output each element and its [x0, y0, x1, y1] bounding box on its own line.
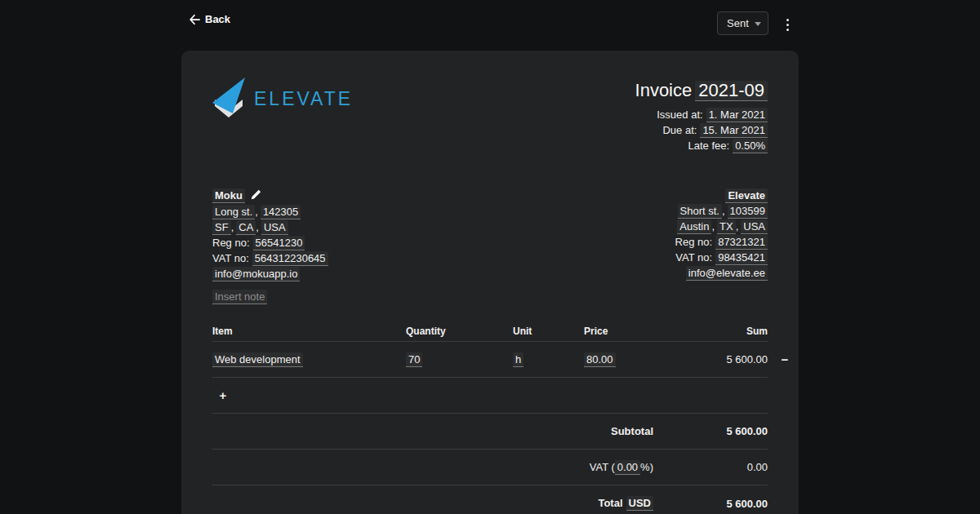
client-vat-field[interactable]: 564312230645: [252, 251, 328, 266]
status-dropdown[interactable]: Sent: [717, 11, 768, 35]
vat-label-suffix: %): [640, 461, 653, 473]
client-email-field[interactable]: info@mokuapp.io: [212, 267, 300, 281]
seller-state-field[interactable]: TX: [717, 219, 736, 234]
company-logo: ELEVATE: [211, 77, 353, 121]
seller-reg-label: Reg no:: [675, 236, 713, 248]
subtotal-row: Subtotal 5 600.00: [212, 414, 768, 450]
late-fee-label: Late fee:: [688, 140, 730, 152]
vat-value: 0.00: [653, 461, 768, 473]
kebab-icon: [786, 19, 789, 21]
seller-vat-label: VAT no:: [675, 251, 712, 264]
brand-name: ELEVATE: [254, 88, 353, 110]
vat-rate-field[interactable]: 0.00: [615, 460, 640, 475]
paper-plane-icon: [211, 77, 247, 121]
header-price: Price: [584, 326, 670, 337]
seller-street-field[interactable]: Short st.: [678, 204, 722, 219]
header-sum: Sum: [670, 326, 768, 337]
seller-address-block: Elevate Short st.,103599 Austin,TX,USA R…: [675, 188, 768, 281]
items-table: Item Quantity Unit Price Sum Web develop…: [212, 321, 768, 514]
header-unit: Unit: [513, 326, 584, 337]
issued-at-row: Issued at:1. Mar 2021: [635, 107, 768, 122]
items-table-header: Item Quantity Unit Price Sum: [212, 321, 768, 342]
client-name-field[interactable]: Moku: [212, 188, 245, 203]
client-street-field[interactable]: Long st.: [212, 205, 255, 219]
remove-row-button[interactable]: −: [777, 352, 792, 367]
subtotal-value: 5 600.00: [653, 425, 768, 437]
back-arrow-icon: [189, 14, 200, 25]
client-state-field[interactable]: CA: [236, 220, 256, 235]
late-fee-row: Late fee:0.50%: [635, 138, 768, 153]
due-at-field[interactable]: 15. Mar 2021: [700, 123, 768, 138]
client-zip-field[interactable]: 142305: [261, 205, 301, 219]
total-row: TotalUSD 5 600.00: [212, 485, 768, 514]
seller-name-field[interactable]: Elevate: [725, 188, 768, 203]
item-price-field[interactable]: 80.00: [584, 352, 616, 367]
client-reg-field[interactable]: 56541230: [253, 236, 305, 250]
subtotal-label: Subtotal: [212, 425, 653, 437]
item-name-field[interactable]: Web development: [212, 352, 303, 367]
due-at-row: Due at:15. Mar 2021: [635, 122, 768, 138]
seller-vat-field[interactable]: 98435421: [715, 250, 768, 265]
late-fee-field[interactable]: 0.50%: [733, 139, 768, 153]
client-address-block: Moku Long st.,142305 SF,CA,USA Reg no:56…: [212, 188, 328, 281]
client-country-field[interactable]: USA: [261, 220, 288, 235]
back-button[interactable]: Back: [189, 13, 230, 25]
total-label: Total: [598, 497, 622, 509]
seller-reg-field[interactable]: 87321321: [715, 235, 768, 250]
more-options-button[interactable]: [781, 15, 794, 34]
note-input[interactable]: Insert note: [212, 290, 267, 304]
item-sum-value: 5 600.00: [670, 353, 768, 366]
issued-at-label: Issued at:: [657, 109, 702, 121]
table-row: Web development 70 h 80.00 5 600.00 −: [212, 342, 768, 378]
client-reg-label: Reg no:: [212, 237, 250, 249]
seller-country-field[interactable]: USA: [741, 219, 768, 234]
vat-label-prefix: VAT (: [590, 461, 615, 473]
invoice-card: ELEVATE Invoice2021-09 Issued at:1. Mar …: [181, 51, 799, 514]
currency-field[interactable]: USD: [626, 496, 653, 511]
edit-pencil-icon[interactable]: [251, 190, 261, 202]
client-city-field[interactable]: SF: [212, 220, 231, 235]
header-quantity: Quantity: [406, 326, 513, 337]
add-row-button[interactable]: +: [216, 388, 230, 403]
seller-city-field[interactable]: Austin: [677, 219, 711, 234]
item-unit-field[interactable]: h: [513, 352, 523, 367]
vat-row: VAT (0.00%) 0.00: [212, 450, 768, 485]
issued-at-field[interactable]: 1. Mar 2021: [706, 108, 768, 122]
total-value: 5 600.00: [653, 498, 768, 510]
invoice-title-label: Invoice: [635, 80, 693, 100]
chevron-down-icon: [755, 22, 761, 26]
header-item: Item: [212, 326, 406, 337]
add-item-row: +: [212, 378, 768, 414]
invoice-number-field[interactable]: 2021-09: [695, 81, 768, 101]
back-label: Back: [205, 13, 230, 25]
invoice-title: Invoice2021-09: [635, 80, 768, 101]
due-at-label: Due at:: [662, 124, 697, 136]
seller-email-field[interactable]: info@elevate.ee: [686, 266, 768, 281]
status-dropdown-value: Sent: [727, 17, 749, 29]
seller-zip-field[interactable]: 103599: [728, 204, 768, 219]
item-quantity-field[interactable]: 70: [406, 352, 422, 367]
client-vat-label: VAT no:: [212, 252, 249, 264]
